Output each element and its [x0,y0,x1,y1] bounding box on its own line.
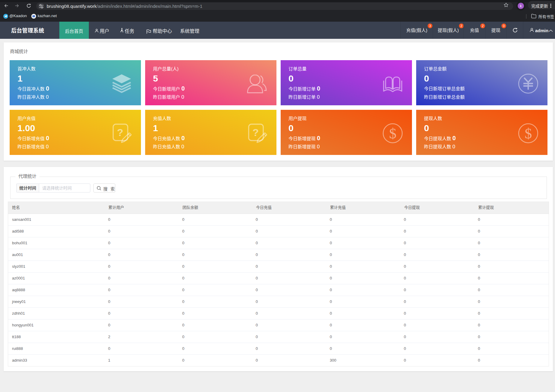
svg-text:?: ? [117,127,123,138]
svg-text:$: $ [525,125,532,142]
svg-text:$: $ [389,125,397,142]
svg-text:?: ? [253,127,259,138]
